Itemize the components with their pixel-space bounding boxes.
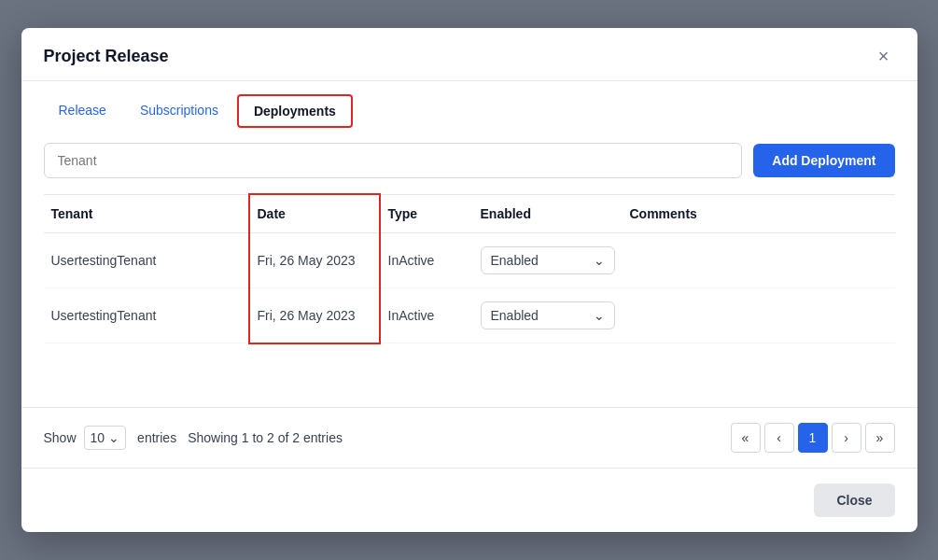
- pagination-summary: Showing 1 to 2 of 2 entries: [188, 430, 343, 445]
- next-page-button[interactable]: ›: [832, 423, 861, 453]
- tab-subscriptions[interactable]: Subscriptions: [125, 95, 233, 127]
- chevron-down-icon: ⌄: [108, 430, 119, 445]
- tabs: Release Subscriptions Deployments: [21, 81, 917, 128]
- table-row: UsertestingTenant Fri, 26 May 2023 InAct…: [44, 233, 895, 288]
- tab-release[interactable]: Release: [44, 95, 121, 127]
- show-label: Show: [44, 430, 77, 445]
- chevron-down-icon: ⌄: [594, 253, 605, 268]
- chevron-down-icon: ⌄: [594, 308, 605, 323]
- row-type: InActive: [380, 288, 473, 343]
- row-date: Fri, 26 May 2023: [249, 233, 380, 288]
- close-button[interactable]: ×: [873, 45, 895, 67]
- row-enabled: Enabled ⌄: [473, 288, 623, 343]
- modal-header: Project Release ×: [21, 28, 917, 81]
- prev-page-button[interactable]: ‹: [764, 423, 794, 453]
- enabled-value: Enabled: [491, 253, 539, 268]
- row-comments: [623, 233, 895, 288]
- current-page-button[interactable]: 1: [798, 423, 828, 453]
- entries-label: entries: [137, 430, 176, 445]
- col-header-date: Date: [249, 194, 380, 233]
- first-page-button[interactable]: «: [731, 423, 761, 453]
- enabled-value: Enabled: [491, 308, 539, 323]
- enabled-select[interactable]: Enabled ⌄: [481, 246, 615, 274]
- deployments-table: Tenant Date Type Enabled Comments Userte…: [44, 193, 895, 344]
- search-input[interactable]: [44, 143, 743, 178]
- modal-footer: Close: [21, 468, 917, 532]
- col-header-comments: Comments: [623, 194, 895, 233]
- pagination-row: Show 10 ⌄ entries Showing 1 to 2 of 2 en…: [21, 407, 917, 468]
- enabled-select[interactable]: Enabled ⌄: [481, 301, 615, 329]
- pagination-controls: « ‹ 1 › »: [731, 423, 895, 453]
- row-date: Fri, 26 May 2023: [249, 288, 380, 343]
- col-header-enabled: Enabled: [473, 194, 623, 233]
- last-page-button[interactable]: »: [865, 423, 895, 453]
- table-container: Tenant Date Type Enabled Comments Userte…: [21, 193, 917, 407]
- close-footer-button[interactable]: Close: [814, 483, 894, 517]
- row-enabled: Enabled ⌄: [473, 233, 623, 288]
- add-deployment-button[interactable]: Add Deployment: [753, 144, 894, 177]
- row-tenant: UsertestingTenant: [44, 233, 249, 288]
- row-tenant: UsertestingTenant: [44, 288, 249, 343]
- col-header-tenant: Tenant: [44, 194, 249, 233]
- row-comments: [623, 288, 895, 343]
- col-header-type: Type: [380, 194, 473, 233]
- search-bar: Add Deployment: [21, 128, 917, 193]
- entries-select[interactable]: 10 ⌄: [84, 426, 127, 450]
- table-row: UsertestingTenant Fri, 26 May 2023 InAct…: [44, 288, 895, 343]
- modal: Project Release × Release Subscriptions …: [21, 28, 917, 532]
- tab-deployments[interactable]: Deployments: [237, 94, 353, 128]
- row-type: InActive: [380, 233, 473, 288]
- entries-value: 10: [91, 430, 105, 445]
- modal-title: Project Release: [44, 47, 169, 66]
